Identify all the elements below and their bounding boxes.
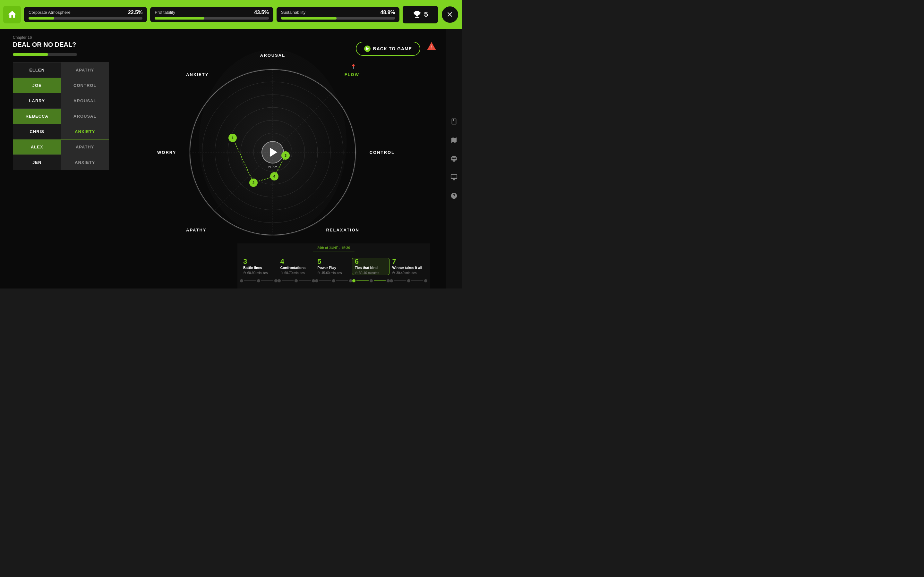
play-icon xyxy=(270,148,277,157)
person-state: ANXIETY xyxy=(61,155,109,170)
left-panel: Chapter 16 DEAL OR NO DEAL? ELLENAPATHYJ… xyxy=(0,29,122,177)
label-anxiety: ANXIETY xyxy=(186,72,208,77)
table-row[interactable]: REBECCAAROUSAL xyxy=(13,109,109,124)
label-control: CONTROL xyxy=(370,150,395,155)
chapter-time: ⏱ 45-60 minutes xyxy=(317,271,342,275)
timeline-dot[interactable] xyxy=(240,279,243,282)
timeline-chapter[interactable]: 3Battle lines⏱ 60-90 minutes xyxy=(241,258,278,274)
sidebar-book-icon[interactable] xyxy=(449,117,459,126)
timeline-chapter[interactable]: 5Power Play⏱ 45-60 minutes xyxy=(315,258,352,274)
chapter-title: DEAL OR NO DEAL? xyxy=(13,41,109,48)
chapter-name: Ties that bind xyxy=(355,266,378,270)
timeline-dot[interactable] xyxy=(315,279,318,282)
timeline-dot-line xyxy=(357,280,368,281)
timeline-dot[interactable] xyxy=(390,279,393,282)
sidebar-monitor-icon[interactable] xyxy=(449,173,459,182)
chapter-number: 6 xyxy=(355,258,359,265)
person-state: APATHY xyxy=(61,139,109,155)
person-state: ANXIETY xyxy=(61,124,109,139)
timeline-dot-group xyxy=(240,279,278,282)
people-table: ELLENAPATHYJOECONTROLLARRYAROUSALREBECCA… xyxy=(13,62,109,170)
person-name: REBECCA xyxy=(13,109,61,124)
timeline-dot[interactable] xyxy=(387,279,390,282)
play-button[interactable]: PLAY xyxy=(262,141,284,163)
data-point-4[interactable]: 4 xyxy=(270,172,278,181)
play-label: PLAY xyxy=(268,165,278,169)
chapter-name: Battle lines xyxy=(243,266,262,270)
timeline-dot-line xyxy=(336,280,348,281)
chapter-time: ⏱ 60-70 minutes xyxy=(280,271,305,275)
data-point-2[interactable]: 2 xyxy=(249,179,258,187)
timeline-progress-bar xyxy=(313,251,355,252)
timeline-dot-group xyxy=(352,279,390,282)
timeline-dot[interactable] xyxy=(312,279,315,282)
metric-bar-fill-profitability xyxy=(155,17,204,19)
timeline-dot[interactable] xyxy=(332,279,335,282)
timeline-dot-group xyxy=(278,279,315,282)
person-name: LARRY xyxy=(13,93,61,109)
timeline-dot-line xyxy=(374,280,386,281)
table-row[interactable]: JOECONTROL xyxy=(13,78,109,93)
timeline-chapter[interactable]: 7Winner takes it all⏱ 30-40 minutes xyxy=(389,258,427,274)
table-row[interactable]: ALEXAPATHY xyxy=(13,139,109,155)
data-point-1[interactable]: 1 xyxy=(228,134,237,142)
timeline-dot-line xyxy=(411,280,423,281)
trophy-button[interactable]: 5 xyxy=(403,6,438,23)
timeline-dot-group xyxy=(390,279,427,282)
chapter-name: Winner takes it all xyxy=(392,266,422,270)
chapter-name: Power Play xyxy=(317,266,336,270)
timeline-dot-line xyxy=(261,280,273,281)
sidebar-globe-icon[interactable] xyxy=(449,154,459,163)
label-apathy: APATHY xyxy=(186,227,207,232)
timeline-dot-group xyxy=(315,279,352,282)
label-worry: WORRY xyxy=(157,150,176,155)
chapter-name: Confrontations xyxy=(280,266,306,270)
person-state: AROUSAL xyxy=(61,109,109,124)
timeline-dot[interactable] xyxy=(257,279,260,282)
table-row[interactable]: ELLENAPATHY xyxy=(13,63,109,78)
chapter-progress-fill xyxy=(13,53,48,56)
close-button[interactable] xyxy=(441,6,459,23)
person-state: AROUSAL xyxy=(61,93,109,109)
metric-bar-bg-sustainability xyxy=(281,17,395,19)
timeline-dot[interactable] xyxy=(278,279,281,282)
home-button[interactable] xyxy=(3,6,21,23)
label-flow: FLOW xyxy=(344,72,359,77)
radar-area: BACK TO GAME ! 📍 xyxy=(119,29,446,288)
timeline-chapter[interactable]: 4Confrontations⏱ 60-70 minutes xyxy=(278,258,315,274)
sidebar-help-icon[interactable] xyxy=(449,191,459,200)
timeline-dot-line xyxy=(282,280,294,281)
timeline-dot[interactable] xyxy=(294,279,298,282)
data-point-3[interactable]: 3 xyxy=(281,151,290,160)
metric-bar-fill-sustainability xyxy=(281,17,337,19)
metric-bar-bg-profitability xyxy=(155,17,268,19)
timeline-dot[interactable] xyxy=(424,279,427,282)
timeline-dot-line xyxy=(394,280,406,281)
timeline-chapter[interactable]: 6Ties that bind⏱ 30-40 minutes xyxy=(352,258,390,275)
timeline-dot[interactable] xyxy=(352,279,355,282)
label-relaxation: RELAXATION xyxy=(326,227,359,232)
alert-icon[interactable]: ! xyxy=(427,42,436,51)
timeline-dot[interactable] xyxy=(407,279,410,282)
back-to-game-button[interactable]: BACK TO GAME xyxy=(356,42,420,56)
person-state: APATHY xyxy=(61,63,109,78)
sidebar-map-icon[interactable] xyxy=(449,135,459,145)
person-name: JOE xyxy=(13,78,61,93)
radar-wrapper: 📍 xyxy=(183,63,363,242)
timeline-dot[interactable] xyxy=(370,279,373,282)
timeline-area: 24th of JUNE - 15:39 3Battle lines⏱ 60-9… xyxy=(237,243,430,288)
timeline-dot[interactable] xyxy=(349,279,352,282)
chapter-number: 7 xyxy=(392,258,396,265)
timeline-dot[interactable] xyxy=(274,279,278,282)
table-row[interactable]: CHRISANXIETY xyxy=(13,124,109,139)
chapter-label: Chapter 16 xyxy=(13,35,109,40)
label-arousal: AROUSAL xyxy=(260,53,285,58)
timeline-dots-row xyxy=(237,279,430,282)
table-row[interactable]: JENANXIETY xyxy=(13,155,109,170)
table-row[interactable]: LARRYAROUSAL xyxy=(13,93,109,109)
chapter-time: ⏱ 30-40 minutes xyxy=(392,271,417,275)
svg-text:!: ! xyxy=(431,45,433,49)
person-name: ELLEN xyxy=(13,63,61,78)
main-content: Chapter 16 DEAL OR NO DEAL? ELLENAPATHYJ… xyxy=(0,29,462,288)
chapter-number: 4 xyxy=(280,258,284,265)
